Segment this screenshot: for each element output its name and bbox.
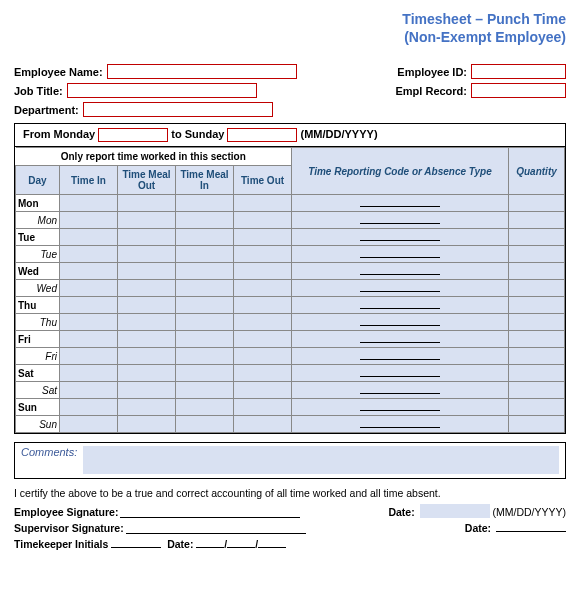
time-cell[interactable]: [234, 280, 292, 297]
qty-cell[interactable]: [509, 399, 565, 416]
time-cell[interactable]: [118, 195, 176, 212]
time-cell[interactable]: [234, 229, 292, 246]
time-cell[interactable]: [176, 195, 234, 212]
code-cell[interactable]: [292, 212, 509, 229]
time-cell[interactable]: [118, 297, 176, 314]
time-cell[interactable]: [60, 297, 118, 314]
code-cell[interactable]: [292, 382, 509, 399]
code-cell[interactable]: [292, 331, 509, 348]
code-cell[interactable]: [292, 399, 509, 416]
code-cell[interactable]: [292, 348, 509, 365]
time-cell[interactable]: [60, 229, 118, 246]
input-tk-dd[interactable]: [227, 547, 255, 548]
time-cell[interactable]: [234, 416, 292, 433]
qty-cell[interactable]: [509, 212, 565, 229]
qty-cell[interactable]: [509, 365, 565, 382]
time-cell[interactable]: [176, 365, 234, 382]
qty-cell[interactable]: [509, 195, 565, 212]
time-cell[interactable]: [234, 382, 292, 399]
qty-cell[interactable]: [509, 297, 565, 314]
time-cell[interactable]: [176, 416, 234, 433]
input-employee-id[interactable]: [471, 64, 566, 79]
time-cell[interactable]: [60, 365, 118, 382]
code-cell[interactable]: [292, 314, 509, 331]
time-cell[interactable]: [234, 195, 292, 212]
qty-cell[interactable]: [509, 348, 565, 365]
time-cell[interactable]: [118, 263, 176, 280]
time-cell[interactable]: [60, 399, 118, 416]
time-cell[interactable]: [234, 399, 292, 416]
code-cell[interactable]: [292, 246, 509, 263]
input-to-date[interactable]: [227, 128, 297, 142]
time-cell[interactable]: [176, 348, 234, 365]
time-cell[interactable]: [60, 212, 118, 229]
time-cell[interactable]: [118, 212, 176, 229]
time-cell[interactable]: [60, 382, 118, 399]
time-cell[interactable]: [176, 331, 234, 348]
time-cell[interactable]: [176, 246, 234, 263]
qty-cell[interactable]: [509, 382, 565, 399]
time-cell[interactable]: [118, 365, 176, 382]
code-cell[interactable]: [292, 195, 509, 212]
time-cell[interactable]: [60, 263, 118, 280]
input-emp-signature[interactable]: [120, 517, 300, 518]
time-cell[interactable]: [118, 246, 176, 263]
time-cell[interactable]: [234, 212, 292, 229]
input-employee-name[interactable]: [107, 64, 297, 79]
time-cell[interactable]: [176, 382, 234, 399]
input-empl-record[interactable]: [471, 83, 566, 98]
time-cell[interactable]: [234, 246, 292, 263]
time-cell[interactable]: [234, 314, 292, 331]
time-cell[interactable]: [118, 348, 176, 365]
input-sup-date[interactable]: [496, 531, 566, 532]
time-cell[interactable]: [234, 263, 292, 280]
time-cell[interactable]: [118, 314, 176, 331]
time-cell[interactable]: [60, 280, 118, 297]
time-cell[interactable]: [118, 399, 176, 416]
time-cell[interactable]: [176, 280, 234, 297]
code-cell[interactable]: [292, 280, 509, 297]
time-cell[interactable]: [234, 365, 292, 382]
input-job-title[interactable]: [67, 83, 257, 98]
qty-cell[interactable]: [509, 263, 565, 280]
time-cell[interactable]: [60, 416, 118, 433]
code-cell[interactable]: [292, 229, 509, 246]
input-sup-signature[interactable]: [126, 533, 306, 534]
code-cell[interactable]: [292, 416, 509, 433]
time-cell[interactable]: [118, 382, 176, 399]
input-comments[interactable]: [83, 446, 559, 474]
time-cell[interactable]: [176, 314, 234, 331]
time-cell[interactable]: [118, 331, 176, 348]
qty-cell[interactable]: [509, 314, 565, 331]
qty-cell[interactable]: [509, 246, 565, 263]
time-cell[interactable]: [176, 297, 234, 314]
time-cell[interactable]: [60, 195, 118, 212]
time-cell[interactable]: [176, 263, 234, 280]
input-timekeeper-initials[interactable]: [111, 547, 161, 548]
input-tk-yyyy[interactable]: [258, 547, 286, 548]
time-cell[interactable]: [60, 331, 118, 348]
time-cell[interactable]: [176, 212, 234, 229]
time-cell[interactable]: [234, 297, 292, 314]
code-cell[interactable]: [292, 297, 509, 314]
qty-cell[interactable]: [509, 331, 565, 348]
time-cell[interactable]: [234, 331, 292, 348]
time-cell[interactable]: [176, 229, 234, 246]
input-department[interactable]: [83, 102, 273, 117]
time-cell[interactable]: [118, 416, 176, 433]
time-cell[interactable]: [60, 246, 118, 263]
time-cell[interactable]: [60, 348, 118, 365]
qty-cell[interactable]: [509, 416, 565, 433]
input-from-date[interactable]: [98, 128, 168, 142]
time-cell[interactable]: [176, 399, 234, 416]
time-cell[interactable]: [60, 314, 118, 331]
time-cell[interactable]: [118, 229, 176, 246]
qty-cell[interactable]: [509, 229, 565, 246]
input-tk-mm[interactable]: [196, 547, 224, 548]
code-cell[interactable]: [292, 365, 509, 382]
time-cell[interactable]: [118, 280, 176, 297]
time-cell[interactable]: [234, 348, 292, 365]
input-emp-date[interactable]: [420, 504, 490, 518]
code-cell[interactable]: [292, 263, 509, 280]
qty-cell[interactable]: [509, 280, 565, 297]
